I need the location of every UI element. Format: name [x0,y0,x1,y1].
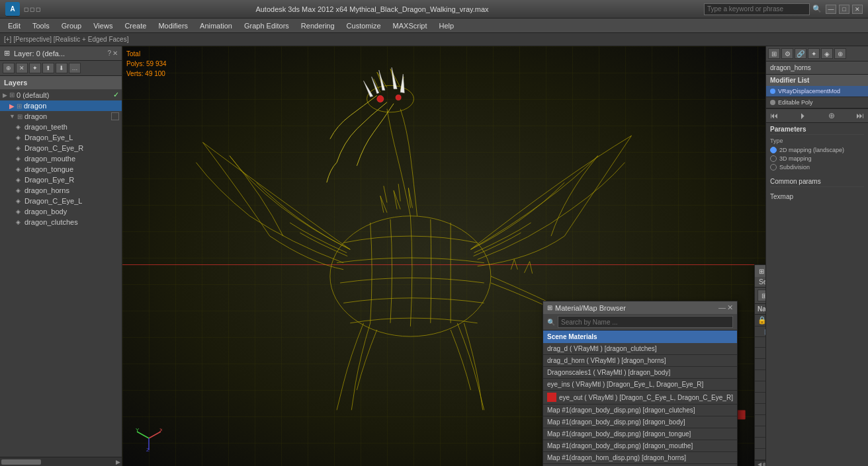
list-item[interactable]: ◈ dragon_horns [0,185,122,196]
nav-last-btn[interactable]: ⏭ [856,111,864,120]
mat-item[interactable]: Map #1(dragon_body_disp.png) [dragon_bod… [543,416,737,428]
asset-row[interactable]: m dragon_body_norm.png Found [755,381,765,393]
mat-item[interactable]: Map #1(dragon_horn_disp.png) [dragon_hor… [543,452,737,464]
menu-group[interactable]: Group [56,20,87,31]
layers-toolbar-btn-2[interactable]: ✦ [29,63,41,73]
layers-close-button[interactable]: ✕ [112,50,118,57]
layer-item-dragon-selected[interactable]: ▶ ⊞ dragon [0,100,122,111]
asset-row[interactable]: 📁 Maps / Shaders [755,337,765,348]
radio-subdiv-icon[interactable] [770,164,777,171]
search-icon[interactable]: 🔍 [812,5,822,13]
radio-3d-icon[interactable] [770,155,777,162]
asset-row[interactable]: m dragon_body_refl.png Found [755,393,765,404]
list-item[interactable]: ◈ Dragon_C_Eye_L [0,196,122,206]
mat-name: eye_out ( VRayMtl ) [Dragon_C_Eye_L, Dra… [559,394,733,401]
layer-name: dragon [24,102,46,110]
app-logo: A [5,2,20,17]
mat-name: drag_d_horn ( VRayMtl ) [dragon_horns] [547,357,666,364]
asset-toolbar-btn-0[interactable]: ⊞ [758,290,765,301]
asset-menu-server[interactable]: Server [759,278,765,286]
viewport[interactable]: Total Polys: 59 934 Verts: 49 100 X Y Z … [122,46,765,466]
mat-item[interactable]: Map #1(dragon_body_disp.png) [dragon_clu… [543,405,737,416]
layers-toolbar-btn-0[interactable]: ⊕ [3,63,15,73]
mat-browser-icon: ⊞ [547,304,552,311]
titlebar-icon[interactable]: ◻ [30,6,34,13]
layers-scrollbar[interactable]: ▶ [0,457,122,466]
modifier-item-epoly[interactable]: Editable Poly [766,97,868,108]
mat-item[interactable]: eye_ins ( VRayMtl ) [Dragon_Eye_L, Drago… [543,379,737,391]
mat-item[interactable]: Map #1(dragon_body_disp.png) [dragon_ton… [543,428,737,440]
list-item[interactable]: ◈ dragon_clutches [0,217,122,227]
menu-rendering[interactable]: Rendering [296,20,340,31]
asset-row[interactable]: m dragon_horn_norm.png Found [755,449,765,460]
modifier-dot-icon [770,89,775,94]
asset-row[interactable]: m dragon_body_disp.png Found [755,370,765,381]
mat-item[interactable]: drag_d ( VRayMtl ) [dragon_clutches] [543,343,737,355]
layer-item[interactable]: ▶ ⊞ 0 (default) ✓ [0,89,122,100]
mat-close-button[interactable]: ✕ [727,303,733,312]
asset-row[interactable]: ▣ Mythical_Black_Dragon_Walking_vray.max… [755,327,765,337]
menu-animation[interactable]: Animation [195,20,238,31]
rp-tool-4[interactable]: ◈ [821,48,833,59]
mat-item[interactable]: Dragonscales1 ( VRayMtl ) [dragon_body] [543,367,737,379]
asset-row[interactable]: m dragon_horn_disp.png Found [755,438,765,449]
layers-toolbar-btn-5[interactable]: … [69,63,81,73]
rp-tool-5[interactable]: ⊕ [834,48,846,59]
asset-row[interactable]: m dragon_body.png Found [755,348,765,359]
nav-add-btn[interactable]: ⊕ [828,111,835,120]
menu-views[interactable]: Views [88,20,118,31]
list-item[interactable]: ◈ dragon_body [0,206,122,217]
layer-name: dragon_mouthe [24,155,75,163]
scroll-left-icon[interactable]: ◀ [758,461,761,466]
list-item[interactable]: ◈ dragon_tongue [0,164,122,175]
list-item[interactable]: ◈ dragon_mouthe [0,153,122,164]
menu-graph-editors[interactable]: Graph Editors [239,20,294,31]
asset-row[interactable]: m dragon_Eye.png Found [755,415,765,426]
titlebar-icon[interactable]: ◻ [36,6,40,13]
menu-create[interactable]: Create [119,20,152,31]
search-input[interactable] [704,3,810,15]
layers-header: ⊞ Layer: 0 (defa... ? ✕ [0,46,122,61]
menu-edit[interactable]: Edit [3,20,26,31]
close-button[interactable]: ✕ [852,5,863,14]
mat-item[interactable]: eye_out ( VRayMtl ) [Dragon_C_Eye_L, Dra… [543,391,737,405]
titlebar-icon[interactable]: ◻ [24,6,28,13]
param-row-2d: 2D mapping (landscape) [770,147,864,153]
list-item[interactable]: ◈ Dragon_Eye_L [0,132,122,143]
layers-toolbar-btn-4[interactable]: ⬇ [56,63,67,73]
minimize-button[interactable]: — [826,5,836,14]
menu-tools[interactable]: Tools [27,20,55,31]
menu-customize[interactable]: Customize [341,20,386,31]
asset-row[interactable]: 🔒 Autodesk Vault 2012 Logged Out [755,315,765,327]
mat-item[interactable]: drag_d_horn ( VRayMtl ) [dragon_horns] [543,355,737,367]
nav-first-btn[interactable]: ⏮ [770,111,778,120]
maximize-button[interactable]: □ [839,5,849,14]
menu-maxscript[interactable]: MAXScript [388,20,433,31]
asset-horizontal-scrollbar[interactable]: ◀ ▶ [755,460,765,466]
list-item[interactable]: ◈ dragon_teeth [0,122,122,132]
list-item[interactable]: ◈ Dragon_C_Eye_R [0,143,122,153]
rp-tool-0[interactable]: ⊞ [768,48,780,59]
rp-tool-2[interactable]: 🔗 [795,48,806,59]
list-item[interactable]: ◈ Dragon_Eye_R [0,175,122,185]
mat-minimize-button[interactable]: — [718,303,726,312]
file-icon: ▣ [764,328,765,335]
modifier-item-vray[interactable]: VRayDisplacementMod [766,86,868,97]
layer-icon: ◈ [16,187,21,194]
menu-modifiers[interactable]: Modifiers [153,20,193,31]
layers-toolbar-btn-3[interactable]: ⬆ [42,63,54,73]
asset-row[interactable]: m dragon_body_bump.png Found [755,359,765,370]
asset-row[interactable]: m dragon_body_refr.png Found [755,404,765,415]
layers-toolbar-btn-1[interactable]: ✕ [16,63,28,73]
rp-tool-3[interactable]: ✦ [808,48,820,59]
nav-play-btn[interactable]: ⏵ [799,111,807,120]
radio-2d-icon[interactable] [770,147,777,153]
mat-search-input[interactable] [558,316,733,328]
stats-polys: Polys: 59 934 [126,59,167,69]
mat-item[interactable]: Map #1(dragon_body_disp.png) [dragon_mou… [543,440,737,452]
layers-help-button[interactable]: ? [107,50,111,57]
menu-help[interactable]: Help [434,20,460,31]
asset-row[interactable]: m dragon_horn.png Found [755,426,765,438]
layer-item-dragon-group[interactable]: ▼ ⊞ dragon [0,111,122,122]
rp-tool-1[interactable]: ⚙ [781,48,793,59]
